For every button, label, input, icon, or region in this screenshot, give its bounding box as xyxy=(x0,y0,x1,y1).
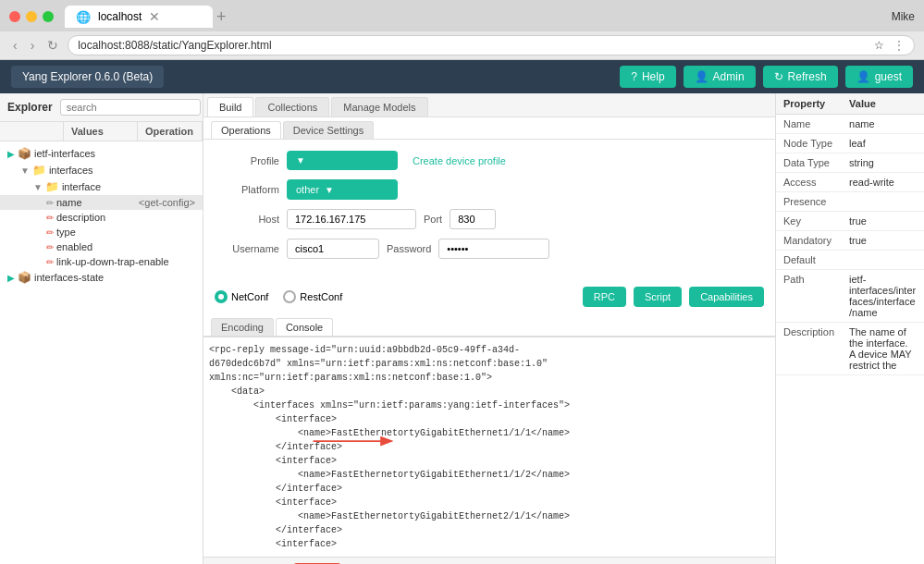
tree-item-name[interactable]: ✏name<get-config> xyxy=(0,195,203,210)
address-bar[interactable]: localhost:8088/static/YangExplorer.html … xyxy=(68,35,915,55)
reload-btn[interactable]: ↻ xyxy=(43,36,62,55)
minimize-dot[interactable] xyxy=(26,11,37,22)
encoding-tab-encoding[interactable]: Encoding xyxy=(211,318,274,336)
tab-close-btn[interactable]: ✕ xyxy=(149,9,160,24)
property-name: Presence xyxy=(776,192,842,212)
search-input[interactable] xyxy=(60,99,201,116)
property-name: Mandatory xyxy=(776,231,842,251)
sub-tab-bar: OperationsDevice Settings xyxy=(203,117,775,140)
admin-button[interactable]: 👤 Admin xyxy=(684,66,756,88)
property-name: Path xyxy=(776,270,842,323)
value-col-header: Value xyxy=(842,93,924,115)
tree-item-interface[interactable]: ▼📁interface xyxy=(0,178,203,195)
operations-content: Profile ▼ Create device profile Platform… xyxy=(203,140,775,279)
leaf-icon: ✏ xyxy=(46,242,54,252)
close-dot[interactable] xyxy=(9,11,20,22)
refresh-icon: ↻ xyxy=(774,70,783,83)
property-name: Node Type xyxy=(776,134,842,153)
guest-button[interactable]: 👤 guest xyxy=(845,66,913,88)
tree-label: type xyxy=(56,227,76,238)
tree-label: name xyxy=(56,197,82,208)
expand-icon: ▼ xyxy=(20,166,30,176)
tree-label: link-up-down-trap-enable xyxy=(56,256,169,267)
tree-item-enabled[interactable]: ✏enabled xyxy=(0,239,203,254)
platform-select[interactable]: other ▼ xyxy=(287,179,398,200)
tree-label: interfaces-state xyxy=(34,272,104,283)
help-icon: ? xyxy=(631,70,637,83)
help-button[interactable]: ? Help xyxy=(620,66,675,88)
tree-label: interface xyxy=(62,181,101,192)
middle-panel: BuildCollectionsManage Models Operations… xyxy=(203,93,776,564)
username-input[interactable] xyxy=(287,239,379,259)
tree-item-interfaces[interactable]: ▼📁interfaces xyxy=(0,162,203,178)
expand-icon: ▶ xyxy=(7,273,15,283)
netconf-radio[interactable]: NetConf xyxy=(215,290,268,303)
capabilities-button[interactable]: Capabilities xyxy=(689,287,764,307)
header-buttons: ? Help 👤 Admin ↻ Refresh 👤 guest xyxy=(620,66,913,88)
platform-row: Platform other ▼ xyxy=(215,179,764,200)
tree-item-link-up-down-trap-enable[interactable]: ✏link-up-down-trap-enable xyxy=(0,254,203,269)
browser-tab[interactable]: 🌐 localhost ✕ xyxy=(65,6,213,28)
tree-item-ietf-interfaces[interactable]: ▶📦ietf-interfaces xyxy=(0,145,203,162)
main-tab-build[interactable]: Build xyxy=(207,97,253,116)
explorer-tree: ▶📦ietf-interfaces▼📁interfaces▼📁interface… xyxy=(0,141,203,564)
tab-label: localhost xyxy=(98,10,142,23)
property-row: Pathietf-interfaces/interfaces/interface… xyxy=(776,270,924,323)
encoding-tab-bar: EncodingConsole xyxy=(203,314,775,337)
browser-controls xyxy=(9,11,54,22)
extensions-icon[interactable]: ⋮ xyxy=(893,39,905,52)
script-button[interactable]: Script xyxy=(634,287,682,307)
property-row: Accessread-write xyxy=(776,173,924,192)
main-area: Explorer Values Operation ▶📦ietf-interfa… xyxy=(0,93,924,564)
restconf-radio[interactable]: RestConf xyxy=(283,290,342,303)
password-input[interactable] xyxy=(438,239,549,259)
leaf-icon: ✏ xyxy=(46,213,54,223)
main-tab-manage-models[interactable]: Manage Models xyxy=(331,97,427,116)
action-buttons: RPC Script Capabilities xyxy=(583,287,764,307)
profile-label: Profile xyxy=(215,155,279,166)
rpc-button[interactable]: RPC xyxy=(583,287,626,307)
explorer-panel: Explorer Values Operation ▶📦ietf-interfa… xyxy=(0,93,203,564)
main-tab-collections[interactable]: Collections xyxy=(255,97,329,116)
app-header: Yang Explorer 0.6.0 (Beta) ? Help 👤 Admi… xyxy=(0,60,924,93)
tree-item-type[interactable]: ✏type xyxy=(0,225,203,239)
property-name: Description xyxy=(776,323,842,375)
create-profile-link[interactable]: Create device profile xyxy=(413,155,506,166)
tree-item-interfaces-state[interactable]: ▶📦interfaces-state xyxy=(0,269,203,286)
property-row: Default xyxy=(776,251,924,270)
property-value: string xyxy=(842,153,924,173)
leaf-icon: ✏ xyxy=(46,227,54,238)
property-table: Property Value NamenameNode TypeleafData… xyxy=(776,93,924,375)
encoding-tab-console[interactable]: Console xyxy=(276,318,333,336)
bookmark-icon[interactable]: ☆ xyxy=(869,39,890,52)
property-name: Data Type xyxy=(776,153,842,173)
admin-icon: 👤 xyxy=(695,70,708,83)
property-value: The name of the interface. A device MAY … xyxy=(842,323,924,375)
sub-tab-device-settings[interactable]: Device Settings xyxy=(283,121,374,139)
tree-label: ietf-interfaces xyxy=(34,148,95,159)
property-name: Name xyxy=(776,115,842,134)
app-title-button[interactable]: Yang Explorer 0.6.0 (Beta) xyxy=(11,66,164,88)
port-input[interactable] xyxy=(450,209,496,229)
back-btn[interactable]: ‹ xyxy=(9,36,21,55)
tree-item-description[interactable]: ✏description xyxy=(0,210,203,225)
tree-label: interfaces xyxy=(49,165,93,176)
refresh-button[interactable]: ↻ Refresh xyxy=(763,66,838,88)
sub-tab-operations[interactable]: Operations xyxy=(211,121,281,139)
url-text: localhost:8088/static/YangExplorer.html xyxy=(78,39,271,52)
forward-btn[interactable]: › xyxy=(27,36,39,55)
property-row: Namename xyxy=(776,115,924,134)
property-name: Default xyxy=(776,251,842,270)
platform-select-arrow: ▼ xyxy=(325,185,334,195)
host-input[interactable] xyxy=(287,209,416,229)
property-row: Presence xyxy=(776,192,924,212)
new-tab-btn[interactable]: + xyxy=(216,7,227,27)
property-value xyxy=(842,192,924,212)
profile-select[interactable]: ▼ xyxy=(287,151,398,170)
tree-label: enabled xyxy=(56,241,92,252)
maximize-dot[interactable] xyxy=(43,11,54,22)
property-value: read-write xyxy=(842,173,924,192)
browser-user: Mike xyxy=(892,10,915,23)
tree-label: description xyxy=(56,212,105,223)
browser-titlebar: 🌐 localhost ✕ + Mike xyxy=(0,0,924,31)
